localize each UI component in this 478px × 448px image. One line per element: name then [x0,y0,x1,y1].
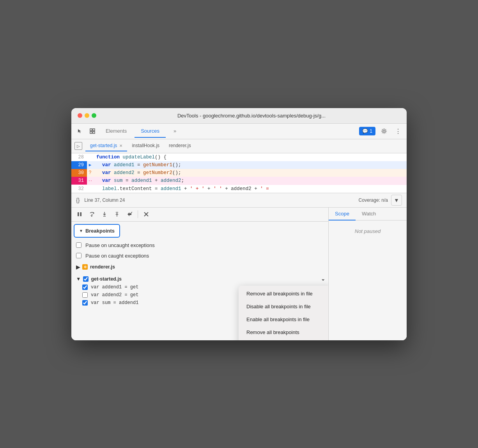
tab-watch[interactable]: Watch [356,208,382,220]
svg-rect-5 [78,212,79,216]
bp-item-2-code: var addend2 = get [91,292,138,298]
step-button[interactable] [124,209,135,219]
file-tab-renderer-label: renderer.js [169,143,191,148]
svg-point-4 [383,130,385,132]
line-number-28: 28 [71,153,87,161]
notifications-button[interactable]: 💬 1 [359,127,375,135]
renderer-filename: renderer.js [90,264,115,270]
minimize-button[interactable] [85,113,89,118]
file-tab-install-hook[interactable]: installHook.js [127,140,164,151]
svg-rect-2 [90,132,92,133]
pause-uncaught-checkbox[interactable] [76,242,81,248]
ctx-remove-all[interactable]: Remove all breakpoints [239,326,329,339]
status-bar: {} Line 37, Column 24 Coverage: n/a ▼ [71,193,407,208]
coverage-icon[interactable]: ▼ [391,195,402,206]
scope-panel: Scope Watch Not paused [329,208,407,340]
code-line-31: 31 ·· var sum = addend1 + addend2; [71,177,407,185]
coverage-label: Coverage: n/a [359,197,388,203]
line-number-31: 31 [71,177,87,185]
get-started-expand-icon: ▼ [76,276,81,282]
get-started-file-header[interactable]: ▼ get-started.js ⌄ [76,275,324,283]
cursor-position: Line 37, Column 24 [84,197,125,203]
inspect-icon[interactable] [87,126,98,137]
file-tab-install-hook-label: installHook.js [132,143,159,148]
tab-more[interactable]: » [167,125,182,138]
tab-sources[interactable]: Sources [135,125,166,138]
pause-uncaught-row: Pause on uncaught exceptions [71,240,328,251]
pause-button[interactable] [74,209,85,219]
svg-line-13 [131,212,132,213]
file-tab-renderer[interactable]: renderer.js [164,140,196,151]
line-content-32: label.textContent = addend1 + ' + ' + ' … [93,185,269,193]
bp-arrow-29: ▶ [87,161,93,169]
bp-item-1-checkbox[interactable] [82,284,88,290]
breakpoints-header[interactable]: ▼ Breakpoints [74,224,120,238]
status-left: {} Line 37, Column 24 [76,197,125,203]
ctx-enable-all-in-file[interactable]: Enable all breakpoints in file [239,313,329,326]
code-line-29: 29 ▶ var addend1 = getNumber1(); [71,161,407,169]
file-tabs: ▷ get-started.js ✕ installHook.js render… [71,139,407,153]
ctx-remove-other[interactable]: Remove other breakpoints [239,339,329,340]
svg-rect-0 [90,129,92,131]
step-out-button[interactable] [112,209,122,219]
svg-rect-1 [93,129,95,131]
pretty-print-icon[interactable]: {} [76,197,80,203]
bp-item-3-code: var sum = addend1 [91,300,138,306]
close-button[interactable] [78,113,82,118]
tab-scope[interactable]: Scope [329,208,356,220]
bp-arrow-30: ? [87,169,93,177]
bp-item-2-checkbox[interactable] [82,292,88,298]
svg-rect-6 [80,212,82,216]
bp-item-3-checkbox[interactable] [82,300,88,306]
code-line-32: 32 label.textContent = addend1 + ' + ' +… [71,185,407,193]
file-tab-get-started-label: get-started.js [90,143,117,148]
debugger-toolbar [71,208,328,222]
svg-rect-3 [93,132,95,133]
breakpoints-toggle-icon: ▼ [79,229,83,233]
close-file-tab-icon[interactable]: ✕ [119,144,122,148]
line-content-30: var addend2 = getNumber2(); [93,169,181,177]
line-number-32: 32 [71,185,87,193]
title-bar: DevTools - googlechrome.github.io/devtoo… [71,108,407,124]
left-debug-panel: ▼ Breakpoints Pause on uncaught exceptio… [71,208,329,340]
bp-item-1-code: var addend1 = get [91,284,138,290]
bp-arrow-31: ·· [87,177,93,185]
maximize-button[interactable] [92,113,96,118]
context-menu: Remove all breakpoints in file Disable a… [239,286,329,340]
deactivate-breakpoints-button[interactable] [141,209,151,219]
breakpoints-section: ▼ Breakpoints Pause on uncaught exceptio… [71,224,328,308]
more-options-icon[interactable]: ⋮ [393,126,404,137]
renderer-expand-icon: ▶ [76,264,80,270]
renderer-file-icon: ⚙ [82,264,88,270]
scope-tab-bar: Scope Watch [329,208,407,220]
panel-toggle-icon[interactable]: ▷ [74,142,82,150]
code-editor: 28 function updateLabel() { 29 ▶ var add… [71,153,407,193]
step-over-button[interactable] [87,209,97,219]
status-right: Coverage: n/a ▼ [359,195,402,206]
code-line-28: 28 function updateLabel() { [71,153,407,161]
pause-caught-label: Pause on caught exceptions [85,253,149,259]
breakpoints-title: Breakpoints [85,228,115,234]
tab-elements[interactable]: Elements [99,125,133,138]
window-title: DevTools - googlechrome.github.io/devtoo… [103,113,400,119]
renderer-file-section: ▶ ⚙ renderer.js [71,261,328,273]
cursor-icon[interactable] [74,126,85,137]
line-content-31: var sum = addend1 + addend2; [93,177,184,185]
line-content-28: function updateLabel() { [93,153,166,161]
main-tab-bar: Elements Sources » 💬 1 ⋮ [71,124,407,139]
get-started-checkbox[interactable] [83,276,89,282]
renderer-file-header[interactable]: ▶ ⚙ renderer.js [76,263,324,272]
step-into-button[interactable] [99,209,110,219]
settings-icon[interactable] [379,126,389,137]
pause-caught-checkbox[interactable] [76,253,81,258]
tab-bar-left: Elements Sources » [74,125,182,137]
bottom-panel: ▼ Breakpoints Pause on uncaught exceptio… [71,208,407,340]
overflow-icon[interactable]: ⌄ [321,276,325,282]
pause-uncaught-label: Pause on uncaught exceptions [85,242,155,248]
ctx-disable-all-in-file[interactable]: Disable all breakpoints in file [239,300,329,313]
ctx-remove-all-in-file[interactable]: Remove all breakpoints in file [239,287,329,300]
file-tab-get-started[interactable]: get-started.js ✕ [85,140,127,151]
traffic-lights [78,113,96,118]
line-number-30: 30 [71,169,87,177]
line-number-29: 29 [71,161,87,169]
